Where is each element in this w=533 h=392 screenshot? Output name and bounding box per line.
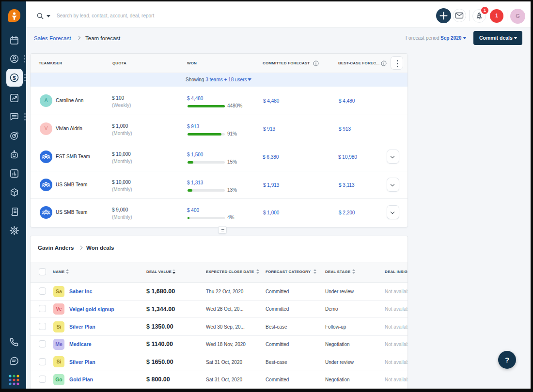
svg-text:$: $ <box>13 75 16 81</box>
